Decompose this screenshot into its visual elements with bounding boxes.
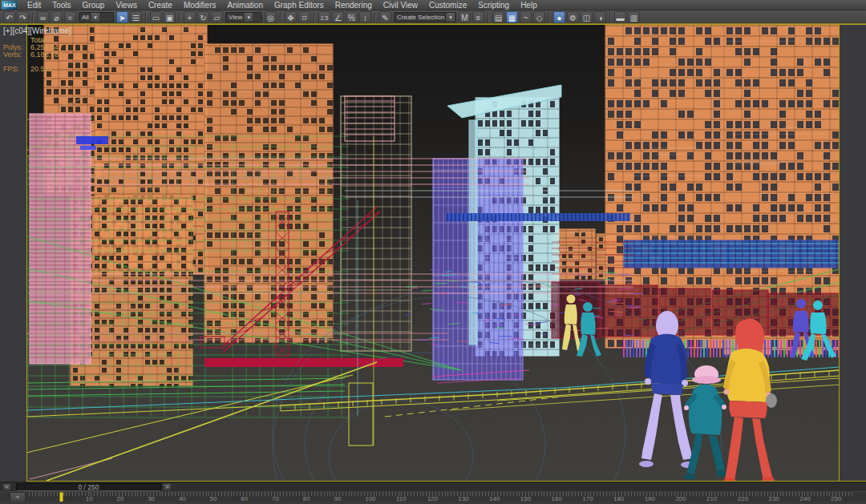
select-move-icon[interactable]: + [184,11,196,23]
stat-row: Verts:6,186,787 [3,51,63,58]
menu-civil-view[interactable]: Civil View [378,0,423,10]
toolbar-separator [374,12,376,22]
perspective-viewport[interactable]: [+][c04][Wireframe] Total Polys:6,250,84… [0,24,866,482]
undo-icon[interactable]: ↶ [3,11,15,23]
coord-system-dropdown-value: View [226,14,245,21]
menu-bar: MAX EditToolsGroupViewsCreateModifiersAn… [0,0,866,10]
prompt-toggle-icon[interactable]: ▬ [614,11,626,23]
menu-scripting[interactable]: Scripting [472,0,515,10]
select-link-icon[interactable]: ∞ [37,11,49,23]
spinner-snap-icon[interactable]: ↕ [359,11,371,23]
ribbon-toggle-icon[interactable]: ▦ [506,11,518,23]
percent-snap-icon[interactable]: % [346,11,358,23]
max-app-logo[interactable]: MAX [2,1,18,10]
menu-graph-editors[interactable]: Graph Editors [269,0,330,10]
select-scale-icon[interactable]: ▱ [211,11,223,23]
time-slider-handle[interactable]: 0 / 250 [16,483,161,491]
selection-region-icon[interactable]: ▭ [150,11,162,23]
keyboard-override-icon[interactable]: ⌑ [298,11,310,23]
menu-animation[interactable]: Animation [221,0,268,10]
named-sets-dropdown[interactable]: Create Selection Se▾ [394,12,456,22]
menu-tools[interactable]: Tools [47,0,76,10]
menu-help[interactable]: Help [515,0,543,10]
render-production-icon[interactable]: ◑ [594,11,606,23]
redo-icon[interactable]: ↷ [17,11,29,23]
toolbar-separator [314,12,315,22]
rendered-frame-icon[interactable]: ◫ [581,11,593,23]
menu-create[interactable]: Create [143,0,178,10]
chevron-down-icon[interactable]: ▾ [245,13,253,22]
coord-system-dropdown[interactable]: View▾ [225,12,262,22]
angle-snap-icon[interactable]: ∠ [332,11,344,23]
menu-customize[interactable]: Customize [423,0,472,10]
curve-editor-icon[interactable]: ~ [520,11,532,23]
select-rotate-icon[interactable]: ↻ [197,11,209,23]
previous-frame-button[interactable]: < [2,483,11,491]
edit-named-sets-icon[interactable]: ✎ [379,11,391,23]
next-frame-button[interactable]: > [163,483,172,491]
selection-filter-dropdown[interactable]: All▾ [79,12,114,22]
viewport-label[interactable]: [+][c04][Wireframe] [3,26,71,35]
render-setup-icon[interactable]: ⚙ [567,11,579,23]
toolbar-separator [32,12,34,22]
select-object-icon[interactable]: ➤ [116,11,128,23]
named-sets-dropdown-value: Create Selection Se [395,14,447,21]
layer-manager-icon[interactable]: ▤ [492,11,504,23]
toolbar-separator [280,12,281,22]
mirror-icon[interactable]: M [459,11,471,23]
main-toolbar: ↶↷∞⌀≈All▾➤☰▭▣+↻▱View▾◎✥⌑2.5∠%↕✎Create Se… [0,10,866,24]
schematic-view-icon[interactable]: ◇ [533,11,545,23]
select-manipulate-icon[interactable]: ✥ [285,11,297,23]
menu-modifiers[interactable]: Modifiers [178,0,222,10]
align-icon[interactable]: ≡ [472,11,484,23]
stat-row: FPS:20.522 [3,66,63,73]
chevron-down-icon[interactable]: ▾ [91,13,99,22]
unlink-selection-icon[interactable]: ⌀ [51,11,63,23]
menu-rendering[interactable]: Rendering [330,0,378,10]
chevron-down-icon[interactable]: ▾ [447,13,455,22]
track-bar[interactable]: ≈ 10203040506070809010011012013014015016… [0,491,866,502]
window-crossing-icon[interactable]: ▣ [164,11,176,23]
menu-group[interactable]: Group [77,0,111,10]
toolbar-separator [609,12,611,22]
selection-filter-dropdown-value: All [79,14,91,21]
toolbar-separator [548,12,550,22]
snaps-toggle-icon[interactable]: 2.5 [318,11,330,23]
toolbar-separator [179,12,180,22]
bind-spacewarp-icon[interactable]: ≈ [64,11,76,23]
toolbar-separator [488,12,489,22]
menu-views[interactable]: Views [110,0,143,10]
material-editor-icon[interactable]: ● [553,11,565,23]
use-pivot-center-icon[interactable]: ◎ [265,11,277,23]
layer-list-icon[interactable]: ▥ [628,11,640,23]
viewport-statistics: Total Polys:6,250,847Verts:6,186,787FPS:… [3,37,63,73]
person-child[interactable] [684,365,727,480]
toolbar-separator [145,12,147,22]
select-by-name-icon[interactable]: ☰ [130,11,142,23]
menu-edit[interactable]: Edit [22,0,47,10]
time-slider-bar: < 0 / 250 > [0,482,866,491]
wireframe-scene [0,24,866,482]
